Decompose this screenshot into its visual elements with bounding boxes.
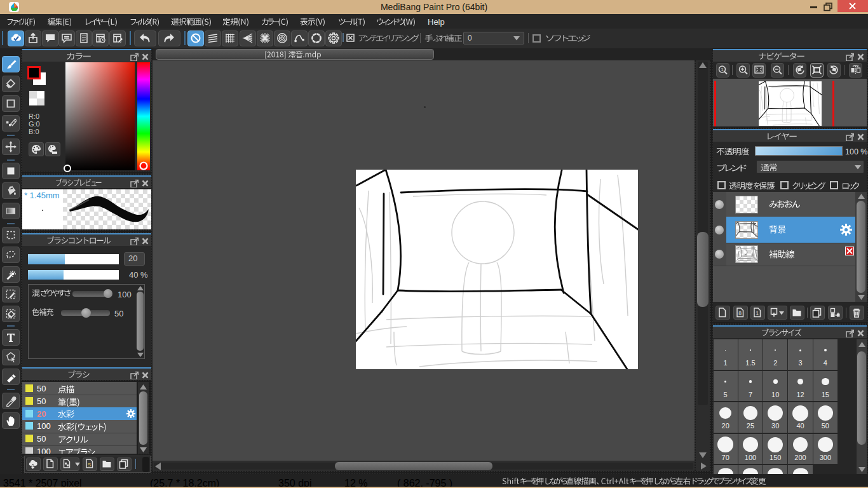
svg-text:1: 1 <box>721 67 724 72</box>
svg-text:8: 8 <box>738 310 742 316</box>
svg-text:S: S <box>88 462 91 468</box>
svg-text:1: 1 <box>756 310 759 316</box>
